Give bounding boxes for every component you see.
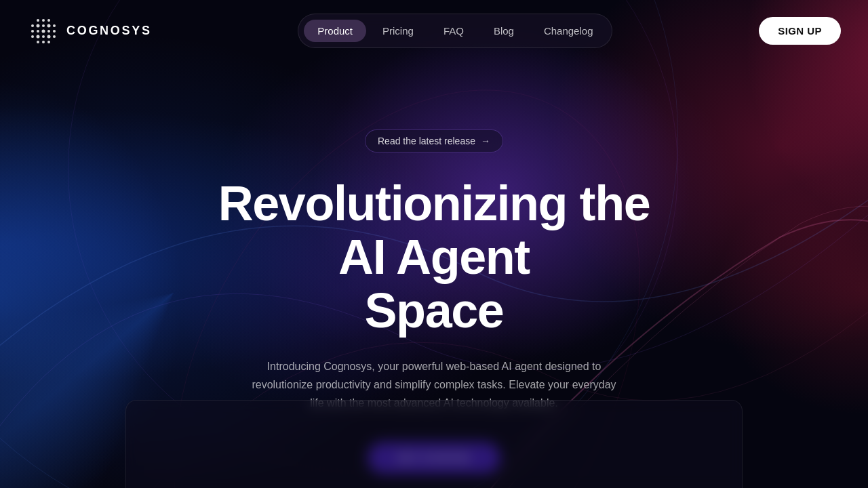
logo-text: COGNOSYS (66, 24, 152, 38)
nav-menu: Product Pricing FAQ Blog Changelog (298, 14, 612, 48)
svg-point-4 (42, 19, 45, 22)
svg-point-16 (31, 35, 34, 38)
svg-point-19 (47, 35, 51, 38)
nav-item-product[interactable]: Product (304, 20, 366, 42)
hero-title: Revolutionizing the AI Agent Space (197, 177, 671, 338)
hero-title-line1: Revolutionizing the AI Agent (218, 176, 650, 284)
release-badge-button[interactable]: Read the latest release → (365, 129, 503, 152)
release-arrow-icon: → (481, 136, 490, 146)
svg-point-6 (31, 24, 34, 27)
svg-point-18 (42, 35, 45, 38)
svg-point-11 (31, 30, 34, 33)
bottom-card (125, 400, 743, 488)
svg-point-20 (53, 35, 56, 38)
svg-point-9 (47, 24, 51, 27)
svg-point-10 (53, 24, 56, 27)
svg-point-17 (37, 35, 40, 38)
svg-point-22 (42, 41, 45, 43)
signup-button[interactable]: SIGN UP (759, 17, 841, 45)
svg-point-21 (37, 41, 39, 43)
nav-item-changelog[interactable]: Changelog (530, 20, 607, 42)
svg-point-3 (37, 19, 39, 22)
nav-item-faq[interactable]: FAQ (430, 20, 477, 42)
svg-point-12 (37, 30, 39, 33)
nav-item-blog[interactable]: Blog (480, 20, 528, 42)
svg-point-23 (47, 41, 50, 43)
svg-point-7 (37, 24, 40, 27)
logo[interactable]: COGNOSYS (27, 15, 152, 47)
nav-item-pricing[interactable]: Pricing (369, 20, 427, 42)
release-badge-text: Read the latest release (378, 136, 475, 146)
navbar: COGNOSYS Product Pricing FAQ Blog Change… (0, 0, 868, 62)
svg-point-5 (47, 19, 50, 22)
svg-point-15 (53, 30, 56, 33)
svg-point-13 (42, 29, 45, 33)
logo-icon (27, 15, 60, 47)
hero-title-line2: Space (365, 283, 504, 338)
svg-point-8 (42, 24, 45, 27)
svg-point-14 (47, 30, 50, 33)
